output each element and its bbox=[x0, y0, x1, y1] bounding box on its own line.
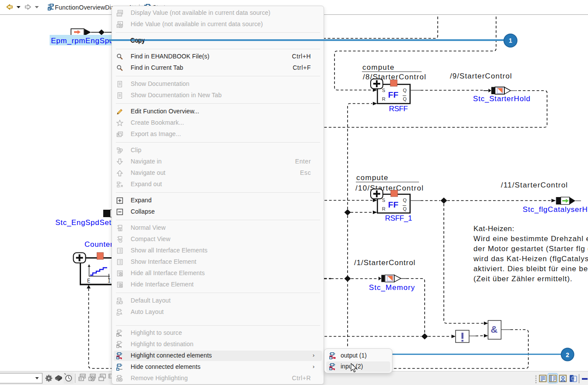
svg-text:Counter: Counter bbox=[84, 240, 113, 249]
svg-text:/1/StarterControl: /1/StarterControl bbox=[354, 259, 416, 267]
svg-text:&: & bbox=[491, 324, 498, 335]
svg-text:FF: FF bbox=[388, 200, 399, 209]
svg-text:Stc_flgCatalyserHtg: Stc_flgCatalyserHtg bbox=[523, 205, 588, 214]
svg-text:FF: FF bbox=[388, 90, 399, 99]
svg-text:der Motor gestartet (Starter f: der Motor gestartet (Starter flg gesetzt… bbox=[473, 245, 588, 253]
svg-text:wird das Kat-Heizen (flgCataly: wird das Kat-Heizen (flgCatalyserHtg) bbox=[473, 255, 588, 263]
svg-text:RSFF: RSFF bbox=[389, 105, 408, 113]
svg-text:Epm_rpmEngSpd: Epm_rpmEngSpd bbox=[51, 37, 114, 45]
svg-text:Q: Q bbox=[403, 88, 407, 93]
svg-text:RSFF_1: RSFF_1 bbox=[385, 214, 412, 222]
svg-text:S: S bbox=[382, 198, 385, 203]
svg-text:Stc_StarterHold: Stc_StarterHold bbox=[473, 95, 531, 103]
svg-text:E: E bbox=[87, 278, 90, 284]
svg-text:/11/StarterControl: /11/StarterControl bbox=[501, 181, 568, 189]
svg-text:R: R bbox=[382, 96, 385, 102]
svg-text:I: I bbox=[108, 278, 111, 284]
svg-text:Q: Q bbox=[403, 96, 407, 102]
svg-text:Stc_Memory: Stc_Memory bbox=[369, 283, 415, 292]
svg-text:Kat-Heizen:: Kat-Heizen: bbox=[473, 225, 514, 233]
svg-text:Wird eine bestimmte Drehzahl e: Wird eine bestimmte Drehzahl erreicht un… bbox=[473, 235, 588, 243]
svg-text:2: 2 bbox=[566, 351, 569, 358]
svg-text:/9/StarterControl: /9/StarterControl bbox=[450, 72, 512, 80]
svg-text:/10/StarterControl: /10/StarterControl bbox=[355, 184, 424, 192]
svg-text:compute: compute bbox=[356, 174, 389, 182]
svg-text:(Zeit über Zähler ermittelt).: (Zeit über Zähler ermittelt). bbox=[473, 275, 572, 283]
svg-text:R: R bbox=[382, 206, 385, 211]
svg-text:compute: compute bbox=[362, 63, 395, 72]
svg-text:S: S bbox=[382, 88, 385, 93]
svg-text:aktiviert. Dies bleibt für ein: aktiviert. Dies bleibt für eine bestimmt… bbox=[473, 265, 588, 273]
svg-text:Q: Q bbox=[403, 198, 407, 203]
svg-text:Q: Q bbox=[403, 206, 407, 211]
